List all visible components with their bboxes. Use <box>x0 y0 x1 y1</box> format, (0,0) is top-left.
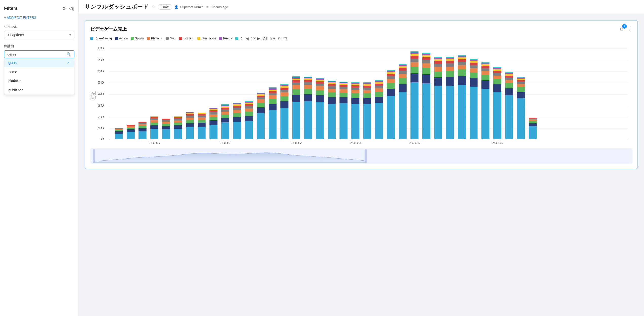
legend-item-action[interactable]: Action <box>115 37 128 40</box>
svg-rect-169 <box>328 81 336 82</box>
svg-rect-318 <box>529 126 537 139</box>
legend-expand-button[interactable]: ⬚ <box>282 36 288 41</box>
filter-button[interactable]: ⊟ 1 <box>618 26 625 32</box>
svg-rect-290 <box>493 92 501 139</box>
svg-rect-238 <box>422 68 430 74</box>
legend-inv-button[interactable]: Inv <box>269 36 276 41</box>
legend-item-simulation[interactable]: Simulation <box>197 37 216 40</box>
legend-next-button[interactable]: ▶ <box>256 36 261 41</box>
svg-rect-303 <box>505 80 513 83</box>
svg-rect-222 <box>399 68 407 71</box>
svg-rect-25 <box>127 129 135 132</box>
svg-rect-70 <box>198 113 206 114</box>
legend-item-r[interactable]: R <box>235 37 242 40</box>
svg-rect-36 <box>150 125 158 129</box>
svg-rect-48 <box>162 119 170 120</box>
svg-rect-280 <box>470 59 478 60</box>
svg-rect-279 <box>470 60 478 61</box>
svg-rect-282 <box>481 80 489 89</box>
legend-nav: ◀ 1/2 ▶ All Inv ⧉ ⬚ <box>245 36 288 41</box>
svg-rect-307 <box>505 73 513 74</box>
svg-rect-253 <box>434 57 442 58</box>
svg-rect-124 <box>269 87 277 88</box>
svg-rect-163 <box>328 97 336 104</box>
svg-rect-162 <box>328 104 336 139</box>
svg-rect-247 <box>434 71 442 77</box>
legend-color-roleplaying <box>90 37 93 40</box>
svg-rect-218 <box>399 84 407 92</box>
legend-item-platform[interactable]: Platform <box>147 37 163 40</box>
svg-rect-100 <box>245 112 253 116</box>
collapse-button[interactable]: ◁| <box>68 5 74 12</box>
svg-rect-286 <box>481 66 489 68</box>
svg-rect-211 <box>387 79 395 83</box>
svg-rect-128 <box>280 92 288 96</box>
svg-rect-245 <box>434 86 442 139</box>
svg-rect-19 <box>115 134 123 139</box>
legend-item-sports[interactable]: Sports <box>131 37 144 40</box>
svg-rect-274 <box>470 72 478 78</box>
svg-rect-110 <box>257 99 265 103</box>
svg-rect-149 <box>304 80 312 82</box>
dropdown-item-genre[interactable]: genre ✓ <box>4 58 74 67</box>
svg-rect-151 <box>304 77 312 78</box>
svg-rect-55 <box>174 116 182 117</box>
sidebar-header: Filters ⚙ ◁| <box>4 5 74 12</box>
svg-rect-204 <box>375 84 383 86</box>
svg-rect-267 <box>458 62 466 65</box>
svg-rect-157 <box>316 84 324 86</box>
legend-color-r <box>235 37 238 40</box>
svg-rect-316 <box>517 78 525 79</box>
add-edit-filters-button[interactable]: + ADD/EDIT FILTERS <box>4 16 74 20</box>
legend-item-roleplaying[interactable]: Role-Playing <box>90 37 112 40</box>
svg-rect-64 <box>198 127 206 139</box>
filter-badge: 1 <box>622 24 627 29</box>
more-options-button[interactable]: ⋮ <box>627 26 632 32</box>
legend-copy-button[interactable]: ⧉ <box>277 36 281 41</box>
svg-rect-188 <box>351 82 359 83</box>
svg-rect-107 <box>257 113 265 139</box>
svg-rect-232 <box>410 54 418 56</box>
svg-rect-300 <box>505 95 513 139</box>
chart-area: 80 70 60 50 40 30 20 10 0 販売数 <box>90 45 632 146</box>
legend-item-misc[interactable]: Misc <box>166 37 176 40</box>
svg-rect-302 <box>505 83 513 88</box>
legend-item-fighting[interactable]: Fighting <box>179 37 194 40</box>
svg-rect-314 <box>517 80 525 82</box>
dropdown-item-name[interactable]: name <box>4 67 74 76</box>
dropdown-item-platform[interactable]: platform <box>4 76 74 85</box>
search-input[interactable] <box>7 52 67 56</box>
legend-color-platform <box>147 37 150 40</box>
svg-rect-178 <box>339 82 347 83</box>
content-area: ビデオゲーム売上 ⊟ 1 ⋮ Role-Playing Action <box>79 14 644 316</box>
svg-rect-198 <box>363 82 371 83</box>
brush-minimap[interactable] <box>90 148 632 164</box>
legend-color-puzzle <box>219 37 222 40</box>
svg-rect-59 <box>186 118 194 120</box>
genre-filter-select[interactable]: 12 options ▾ <box>4 31 74 39</box>
svg-rect-93 <box>233 108 241 110</box>
legend: Role-Playing Action Sports Platform Misc <box>90 36 632 41</box>
svg-rect-127 <box>280 96 288 101</box>
svg-rect-219 <box>399 78 407 84</box>
svg-rect-171 <box>339 103 347 139</box>
svg-rect-44 <box>162 126 170 129</box>
star-button[interactable]: ☆ <box>152 4 156 10</box>
svg-rect-154 <box>316 95 324 102</box>
legend-item-puzzle[interactable]: Puzzle <box>219 37 232 40</box>
svg-text:1991: 1991 <box>219 141 231 144</box>
svg-rect-131 <box>280 86 288 88</box>
svg-rect-94 <box>233 106 241 108</box>
shukei-label: 集計軸 <box>4 44 74 48</box>
svg-rect-306 <box>505 74 513 76</box>
svg-rect-28 <box>127 125 135 126</box>
svg-rect-40 <box>150 117 158 118</box>
svg-rect-121 <box>269 91 277 93</box>
legend-all-button[interactable]: All <box>262 36 268 41</box>
legend-color-action <box>115 37 118 40</box>
gear-button[interactable]: ⚙ <box>62 6 66 11</box>
svg-rect-217 <box>399 92 407 139</box>
dropdown-item-publisher[interactable]: publisher <box>4 85 74 95</box>
legend-prev-button[interactable]: ◀ <box>245 36 250 41</box>
check-icon: ✓ <box>67 61 70 65</box>
